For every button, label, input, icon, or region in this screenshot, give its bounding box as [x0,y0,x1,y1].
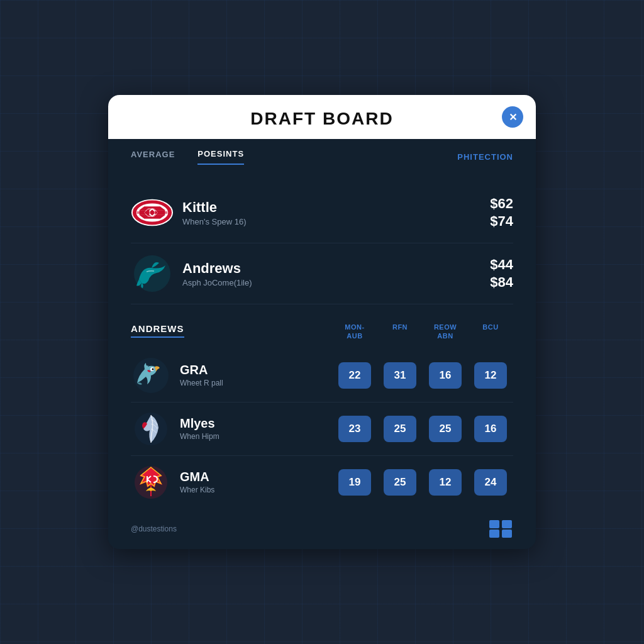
mlyes-info: Mlyes When Hipm [180,416,332,441]
andrews-sub: Asph JoCome(1ile) [182,278,490,287]
gra-stat-3: 12 [474,362,507,389]
andrews-prices: $44 $84 [490,256,513,292]
col-header-3: BCU [468,323,513,340]
mlyes-team-logo [131,409,171,449]
gma-stat-1: 25 [384,469,416,496]
tabs-row: AVERAGE POESINTS PHITECTION [108,139,536,165]
page-title: DRAFT BOARD [250,109,393,129]
kittle-price2: $74 [490,213,513,231]
mlyes-sub: When Hipm [180,432,332,441]
gma-sub: Wher Kibs [180,486,332,494]
gma-stat-2: 12 [429,469,462,496]
players-section: Kittle When's Spew 16) $62 $74 [108,171,536,311]
gma-info: GMA Wher Kibs [180,470,332,494]
andrews-name: Andrews [182,260,490,277]
svg-rect-20 [489,530,499,538]
gma-team-logo [131,462,171,502]
footer-handle: @dustestions [131,525,177,533]
gra-stat-1: 31 [384,362,416,389]
col-header-2: REOWABN [423,323,468,340]
andrews-price2: $84 [490,274,513,292]
player-row-kittle: Kittle When's Spew 16) $62 $74 [131,182,513,243]
gra-info: GRA Wheet R pall [180,363,332,387]
stat-row-gma: GMA Wher Kibs 19 25 12 24 [131,456,513,509]
mlyes-stats: 23 25 25 16 [332,416,513,442]
stat-row-mlyes: Mlyes When Hipm 23 25 25 16 [131,402,513,456]
footer-logo [489,520,513,538]
kittle-team-logo [131,191,174,234]
svg-point-12 [152,368,154,370]
mlyes-name: Mlyes [180,416,332,431]
kittle-sub: When's Spew 16) [182,217,490,226]
feather-logo-svg [133,410,169,448]
gma-stat-0: 19 [338,469,371,496]
gra-team-logo [131,355,171,396]
andrews-section-title: ANDREWS [131,323,184,338]
tab-phitection[interactable]: PHITECTION [457,152,513,162]
andrews-section: ANDREWS MON-AUB RFN REOWABN BCU [108,311,536,508]
footer: @dustestions [108,509,536,549]
svg-rect-21 [502,520,512,528]
svg-rect-19 [489,520,499,528]
dolphins-logo-svg [133,254,172,293]
andrews-header: ANDREWS MON-AUB RFN REOWABN BCU [131,323,513,340]
stat-row-gra: GRA Wheet R pall 22 31 16 12 [131,349,513,402]
49ers-logo-svg [131,197,174,228]
gma-stat-3: 24 [474,469,507,496]
mlyes-stat-3: 16 [474,416,507,442]
close-icon: ✕ [509,111,517,123]
close-button[interactable]: ✕ [502,106,523,128]
gra-stat-0: 22 [338,362,371,389]
andrews-team-logo [131,252,174,295]
svg-rect-22 [502,530,512,538]
gra-stats: 22 31 16 12 [332,362,513,389]
kittle-price1: $62 [490,195,513,213]
mlyes-stat-1: 25 [384,416,416,442]
gra-stat-2: 16 [429,362,462,389]
gma-stats: 19 25 12 24 [332,469,513,496]
card-header: DRAFT BOARD ✕ [108,95,536,139]
chiefs-logo-svg [133,464,169,501]
kittle-info: Kittle When's Spew 16) [182,199,490,226]
kittle-name: Kittle [182,199,490,216]
andrews-info: Andrews Asph JoCome(1ile) [182,260,490,287]
svg-rect-8 [137,211,168,214]
draft-board-card: DRAFT BOARD ✕ AVERAGE POESINTS PHITECTIO… [108,95,536,548]
stat-column-headers: MON-AUB RFN REOWABN BCU [332,323,513,340]
player-row-andrews: Andrews Asph JoCome(1ile) $44 $84 [131,243,513,304]
mlyes-stat-2: 25 [429,416,462,442]
mlyes-stat-0: 23 [338,416,371,442]
andrews-price1: $44 [490,256,513,274]
footer-w-logo [489,520,513,538]
tab-poesints[interactable]: POESINTS [197,149,244,165]
col-header-1: RFN [377,323,423,340]
col-header-0: MON-AUB [332,323,377,340]
tab-average[interactable]: AVERAGE [131,150,175,164]
kittle-prices: $62 $74 [490,195,513,231]
gra-name: GRA [180,363,332,377]
gra-sub: Wheet R pall [180,379,332,387]
gma-name: GMA [180,470,332,484]
eagles-logo-svg [132,357,170,394]
